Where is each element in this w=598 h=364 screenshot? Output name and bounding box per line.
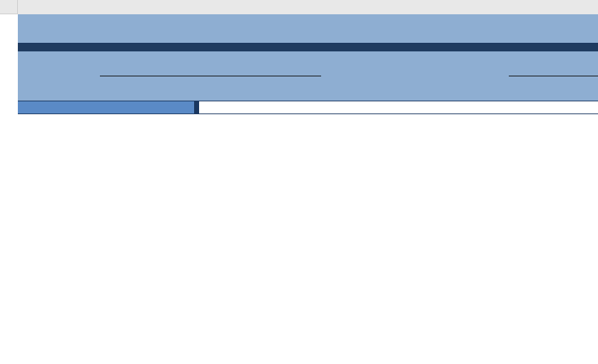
select-all-corner[interactable]: [0, 0, 18, 14]
hours-label: [195, 89, 598, 101]
department-underline: [100, 76, 321, 76]
employee-assignment-header: [18, 101, 195, 113]
spacer-row-3[interactable]: [18, 51, 598, 63]
column-labels-row[interactable]: [18, 101, 598, 114]
week-ending-underline: [509, 76, 598, 76]
selection-marker: [593, 218, 594, 283]
day-header-fri: [198, 101, 199, 113]
hours-header-row[interactable]: [18, 89, 598, 101]
spacer-row-5[interactable]: [18, 78, 598, 89]
form-labels-row[interactable]: [18, 63, 598, 78]
column-headers: [18, 0, 598, 14]
title-cell[interactable]: [18, 14, 598, 44]
spreadsheet-grid: [18, 14, 598, 364]
dark-separator-row[interactable]: [18, 44, 598, 51]
